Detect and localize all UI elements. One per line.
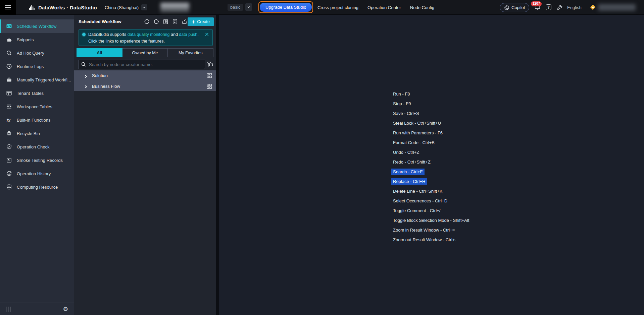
sidebar-item-recycle-bin[interactable]: Recycle Bin: [0, 127, 74, 140]
sidebar-item-computing-resource[interactable]: Computing Resource: [0, 180, 74, 194]
create-button[interactable]: Create: [188, 17, 214, 26]
help-icon[interactable]: ?: [546, 4, 551, 10]
sidebar-item-tenant-tables[interactable]: Tenant Tables: [0, 86, 74, 100]
tab-owned-by-me[interactable]: Owned by Me: [122, 48, 168, 57]
account-name-redacted[interactable]: [598, 4, 636, 11]
sidebar-item-label: Smoke Testing Records: [17, 158, 63, 163]
upgrade-highlight-outline: Upgrade Data Studio: [258, 1, 313, 13]
shortcut-hint: Undo - Ctrl+Z: [393, 147, 469, 157]
tab-my-favorites[interactable]: My Favorites: [168, 48, 213, 57]
shield-check-icon: [6, 144, 12, 150]
panel-resize-gutter[interactable]: [216, 15, 219, 315]
sidebar-menu: Scheduled WorkflowSnippetsAd Hoc QueryRu…: [0, 15, 74, 194]
shortcut-hint: Redo - Ctrl+Shift+Z: [393, 157, 469, 167]
mode-label: basic: [228, 4, 243, 11]
briefcase-icon: [6, 77, 12, 83]
vip-diamond-icon[interactable]: [590, 4, 596, 10]
nav-node-config[interactable]: Node Config: [410, 5, 434, 10]
language-switcher[interactable]: English: [567, 0, 582, 15]
history-icon: [6, 171, 12, 177]
mode-selector[interactable]: basic: [228, 3, 252, 11]
chevron-down-icon[interactable]: [245, 3, 252, 11]
chevron-down-icon[interactable]: [141, 4, 147, 10]
shortcut-hint: Steal Lock - Ctrl+Shift+U: [393, 118, 469, 128]
tree-row-label: Business Flow: [92, 84, 120, 89]
sidebar-item-smoke-testing-records[interactable]: Smoke Testing Records: [0, 153, 74, 167]
sidebar-item-built-in-functions[interactable]: fxBuilt-In Functions: [0, 113, 74, 127]
top-navigation: Cross-project cloning Operation Center N…: [317, 0, 434, 15]
table-icon: [6, 90, 12, 96]
checklist-icon[interactable]: [172, 18, 178, 25]
panel-layout-icon[interactable]: [6, 307, 10, 312]
plus-icon: [192, 20, 195, 24]
puzzle-icon: [6, 37, 12, 43]
sidebar-item-label: Recycle Bin: [17, 131, 40, 136]
data-push-link[interactable]: data push: [179, 32, 197, 37]
hamburger-menu-button[interactable]: [0, 0, 16, 15]
left-sidebar: Scheduled WorkflowSnippetsAd Hoc QueryRu…: [0, 15, 74, 315]
sidebar-item-label: Built-In Functions: [17, 118, 50, 123]
region-selector[interactable]: China (Shanghai): [105, 0, 147, 15]
inspect-list-icon[interactable]: [162, 18, 169, 25]
grid-view-icon[interactable]: [206, 83, 212, 89]
shortcut-hint-highlighted: Search - Ctrl+F: [393, 167, 469, 177]
clock-icon: [6, 63, 12, 69]
copilot-label: Copilot: [511, 5, 525, 10]
sidebar-item-label: Workspace Tables: [17, 104, 52, 109]
region-label: China (Shanghai): [105, 5, 139, 10]
close-icon[interactable]: [205, 32, 209, 37]
notification-count-badge[interactable]: 1207: [531, 1, 542, 6]
wrench-tools-icon[interactable]: [556, 4, 562, 10]
nav-cross-project-cloning[interactable]: Cross-project cloning: [317, 5, 358, 10]
filter-funnel-icon[interactable]: [206, 61, 213, 68]
nav-operation-center[interactable]: Operation Center: [367, 5, 401, 10]
keyboard-shortcuts-list: Run - F8Stop - F9Save - Ctrl+SSteal Lock…: [393, 89, 469, 245]
sidebar-item-snippets[interactable]: Snippets: [0, 33, 74, 46]
tree-row-solution[interactable]: Solution: [74, 70, 216, 81]
shortcut-hint: Select Occurrences - Ctrl+D: [393, 196, 469, 206]
sidebar-item-operation-check[interactable]: Operation Check: [0, 140, 74, 153]
shortcut-hint: Run - F8: [393, 89, 469, 99]
app-title: DataWorks · DataStudio: [38, 5, 97, 10]
shortcut-hint: Delete Line - Ctrl+Shift+K: [393, 186, 469, 196]
shortcut-hint: Format Code - Ctrl+B: [393, 138, 469, 147]
settings-gear-icon[interactable]: ⚙: [63, 306, 68, 312]
sidebar-item-ad-hoc-query[interactable]: Ad Hoc Query: [0, 46, 74, 60]
info-banner: DataStudio supports data quality monitor…: [79, 29, 213, 46]
chevron-right-icon[interactable]: [84, 84, 88, 88]
search-icon: [81, 62, 86, 67]
import-icon[interactable]: [181, 18, 188, 25]
sidebar-item-operation-history[interactable]: Operation History: [0, 167, 74, 180]
locate-node-icon[interactable]: [153, 18, 159, 25]
upgrade-data-studio-button[interactable]: Upgrade Data Studio: [260, 3, 312, 12]
tab-all[interactable]: All: [77, 48, 122, 57]
database-icon: [6, 184, 12, 190]
workspace-selector-redacted[interactable]: [160, 3, 189, 12]
data-quality-monitoring-link[interactable]: data quality monitoring: [128, 32, 170, 37]
tree-row-business-flow[interactable]: Business Flow: [74, 81, 216, 91]
trash-icon: [6, 130, 12, 136]
shortcut-hint: Zoom in Result Window - Ctrl+=: [393, 225, 469, 235]
sidebar-item-manually-triggered-workfl[interactable]: Manually Triggered Workfl...: [0, 73, 74, 86]
search-input[interactable]: [78, 60, 205, 69]
copilot-button[interactable]: Copilot: [500, 3, 529, 12]
chevron-right-icon[interactable]: [84, 74, 88, 77]
app-root: DataWorks · DataStudio China (Shanghai) …: [0, 0, 644, 315]
sidebar-item-workspace-tables[interactable]: Workspace Tables: [0, 100, 74, 113]
top-bar: DataWorks · DataStudio China (Shanghai) …: [0, 0, 644, 15]
scheduled-workflow-panel: Scheduled Workflow Create DataStu: [74, 15, 216, 315]
shortcut-hint: Toggle Comment - Ctrl+/: [393, 206, 469, 215]
fx-icon: fx: [6, 117, 12, 123]
grid-view-icon[interactable]: [206, 73, 212, 78]
doc-icon: [6, 157, 12, 163]
tree-row-label: Solution: [92, 73, 108, 78]
shortcut-hint: Stop - F9: [393, 99, 469, 109]
banner-text: DataStudio supports: [88, 32, 128, 37]
sidebar-item-runtime-logs[interactable]: Runtime Logs: [0, 60, 74, 73]
sidebar-item-label: Ad Hoc Query: [17, 51, 44, 56]
copilot-icon: [504, 5, 509, 10]
shortcut-hint: Run with Parameters - F6: [393, 128, 469, 138]
sidebar-item-scheduled-workflow[interactable]: Scheduled Workflow: [0, 19, 74, 33]
brand: DataWorks · DataStudio: [28, 0, 97, 15]
refresh-icon[interactable]: [144, 18, 150, 25]
